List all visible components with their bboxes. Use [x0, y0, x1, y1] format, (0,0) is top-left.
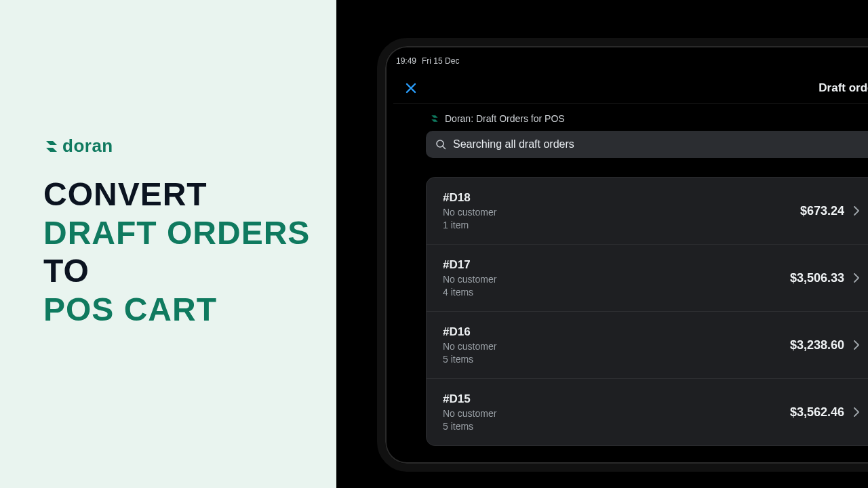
headline-line-1: Convert [43, 176, 336, 214]
promo-panel: doran Convert Draft Orders To POS Cart [0, 0, 336, 488]
headline-line-4: POS Cart [43, 291, 336, 329]
order-amount: $3,506.33 [790, 271, 844, 285]
order-items: 5 items [443, 421, 496, 432]
brand: doran [43, 136, 336, 157]
app-logo-icon [430, 114, 439, 123]
tablet-frame: 19:49 Fri 15 Dec 76% [377, 38, 868, 472]
orders-list: #D18 No customer 1 item $673.24 # [426, 177, 868, 446]
chevron-right-icon [854, 206, 860, 216]
order-items: 5 items [443, 354, 496, 365]
order-customer: No customer [443, 274, 496, 285]
search-placeholder: Searching all draft orders [453, 138, 574, 150]
brand-name: doran [62, 136, 113, 157]
device-panel: 19:49 Fri 15 Dec 76% [336, 0, 868, 488]
close-button[interactable] [401, 79, 420, 98]
app-subtitle: Doran: Draft Orders for POS [426, 110, 868, 131]
brand-logo-icon [43, 138, 60, 155]
search-icon [435, 139, 446, 150]
order-id: #D15 [443, 392, 496, 406]
order-customer: No customer [443, 341, 496, 352]
status-bar: 19:49 Fri 15 Dec 76% [393, 52, 868, 73]
order-row[interactable]: #D15 No customer 5 items $3,562.46 [427, 379, 868, 445]
chevron-right-icon [854, 273, 860, 283]
order-row[interactable]: #D18 No customer 1 item $673.24 [427, 178, 868, 245]
order-customer: No customer [443, 408, 496, 419]
chevron-right-icon [854, 340, 860, 350]
order-id: #D18 [443, 191, 496, 205]
order-row[interactable]: #D17 No customer 4 items $3,506.33 [427, 245, 868, 312]
screen-title: Draft orders [818, 81, 868, 95]
status-date: Fri 15 Dec [422, 56, 459, 66]
order-amount: $3,238.60 [790, 338, 844, 352]
headline-line-3: To [43, 252, 336, 291]
headline-line-2: Draft Orders [43, 214, 336, 253]
order-id: #D16 [443, 325, 496, 339]
order-row[interactable]: #D16 No customer 5 items $3,238.60 [427, 312, 868, 379]
order-items: 4 items [443, 287, 496, 298]
order-id: #D17 [443, 258, 496, 272]
chevron-right-icon [854, 407, 860, 417]
order-customer: No customer [443, 207, 496, 218]
order-items: 1 item [443, 220, 496, 230]
app-subtitle-text: Doran: Draft Orders for POS [445, 113, 565, 124]
order-amount: $3,562.46 [790, 405, 844, 420]
status-time: 19:49 [396, 56, 416, 66]
app-header: Draft orders [393, 73, 868, 104]
headline: Convert Draft Orders To POS Cart [43, 176, 336, 329]
order-amount: $673.24 [800, 204, 844, 218]
app-root: Draft orders Doran: Draft Orders for POS [393, 73, 868, 485]
search-input[interactable]: Searching all draft orders [426, 131, 868, 158]
